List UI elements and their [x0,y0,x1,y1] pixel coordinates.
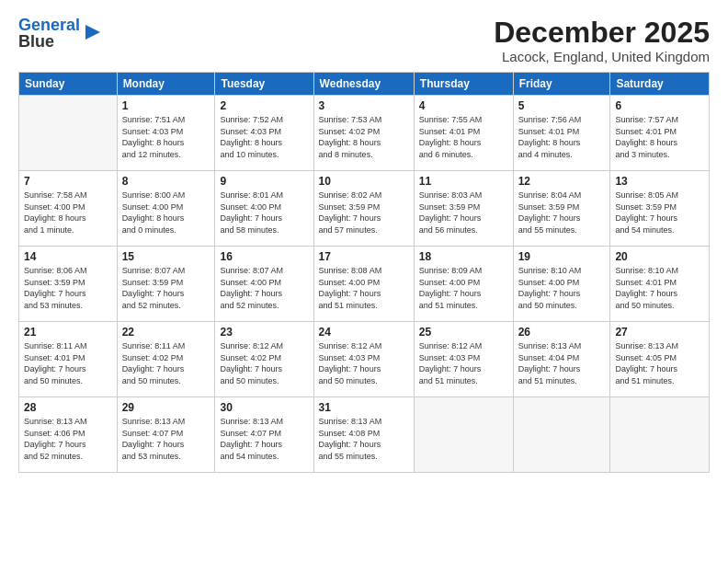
day-number: 8 [122,175,210,188]
day-number: 3 [319,99,409,112]
weekday-header-cell: Tuesday [215,73,313,96]
day-info: Sunrise: 8:13 AM Sunset: 4:04 PM Dayligh… [518,340,606,386]
calendar-day-cell: 19Sunrise: 8:10 AM Sunset: 4:00 PM Dayli… [513,247,610,322]
calendar-day-cell: 17Sunrise: 8:08 AM Sunset: 4:00 PM Dayli… [313,247,414,322]
day-number: 20 [615,250,704,263]
calendar-day-cell [19,96,118,171]
day-info: Sunrise: 8:13 AM Sunset: 4:05 PM Dayligh… [615,340,704,386]
day-info: Sunrise: 8:13 AM Sunset: 4:07 PM Dayligh… [220,416,308,462]
calendar-body: 1Sunrise: 7:51 AM Sunset: 4:03 PM Daylig… [19,96,710,473]
day-info: Sunrise: 7:58 AM Sunset: 4:00 PM Dayligh… [24,190,112,236]
title-area: December 2025 Lacock, England, United Ki… [494,17,710,64]
calendar-day-cell: 16Sunrise: 8:07 AM Sunset: 4:00 PM Dayli… [215,247,313,322]
day-number: 14 [24,250,112,263]
day-number: 13 [615,175,704,188]
calendar-day-cell: 13Sunrise: 8:05 AM Sunset: 3:59 PM Dayli… [610,171,710,247]
calendar-day-cell: 22Sunrise: 8:11 AM Sunset: 4:02 PM Dayli… [117,322,215,397]
day-number: 10 [319,175,409,188]
day-number: 9 [220,175,308,188]
day-number: 4 [419,99,508,112]
calendar-day-cell: 2Sunrise: 7:52 AM Sunset: 4:03 PM Daylig… [215,96,313,171]
weekday-header-cell: Monday [117,73,215,96]
day-number: 7 [24,175,112,188]
calendar-week-row: 14Sunrise: 8:06 AM Sunset: 3:59 PM Dayli… [19,247,710,322]
calendar-day-cell [513,397,610,473]
calendar-day-cell: 1Sunrise: 7:51 AM Sunset: 4:03 PM Daylig… [117,96,215,171]
day-info: Sunrise: 8:11 AM Sunset: 4:02 PM Dayligh… [122,340,210,386]
day-info: Sunrise: 8:10 AM Sunset: 4:01 PM Dayligh… [615,265,704,311]
calendar-day-cell: 7Sunrise: 7:58 AM Sunset: 4:00 PM Daylig… [19,171,118,247]
weekday-header-cell: Sunday [19,73,118,96]
calendar-day-cell: 9Sunrise: 8:01 AM Sunset: 4:00 PM Daylig… [215,171,313,247]
day-info: Sunrise: 7:53 AM Sunset: 4:02 PM Dayligh… [319,114,409,160]
day-number: 19 [518,250,606,263]
calendar-day-cell: 11Sunrise: 8:03 AM Sunset: 3:59 PM Dayli… [414,171,513,247]
day-info: Sunrise: 8:07 AM Sunset: 4:00 PM Dayligh… [220,265,308,311]
calendar-day-cell: 18Sunrise: 8:09 AM Sunset: 4:00 PM Dayli… [414,247,513,322]
page: General Blue December 2025 Lacock, Engla… [0,0,728,482]
day-info: Sunrise: 8:08 AM Sunset: 4:00 PM Dayligh… [319,265,409,311]
calendar-day-cell: 15Sunrise: 8:07 AM Sunset: 3:59 PM Dayli… [117,247,215,322]
day-number: 26 [518,326,606,339]
svg-marker-0 [85,25,100,40]
logo-general: General [18,16,80,34]
day-info: Sunrise: 7:55 AM Sunset: 4:01 PM Dayligh… [419,114,508,160]
day-info: Sunrise: 7:52 AM Sunset: 4:03 PM Dayligh… [220,114,308,160]
calendar: SundayMondayTuesdayWednesdayThursdayFrid… [18,72,710,473]
day-info: Sunrise: 8:12 AM Sunset: 4:03 PM Dayligh… [419,340,508,386]
calendar-day-cell: 29Sunrise: 8:13 AM Sunset: 4:07 PM Dayli… [117,397,215,473]
calendar-week-row: 7Sunrise: 7:58 AM Sunset: 4:00 PM Daylig… [19,171,710,247]
day-info: Sunrise: 8:13 AM Sunset: 4:06 PM Dayligh… [24,416,112,462]
calendar-week-row: 28Sunrise: 8:13 AM Sunset: 4:06 PM Dayli… [19,397,710,473]
calendar-day-cell: 8Sunrise: 8:00 AM Sunset: 4:00 PM Daylig… [117,171,215,247]
calendar-day-cell: 5Sunrise: 7:56 AM Sunset: 4:01 PM Daylig… [513,96,610,171]
calendar-week-row: 1Sunrise: 7:51 AM Sunset: 4:03 PM Daylig… [19,96,710,171]
day-number: 25 [419,326,508,339]
calendar-day-cell [610,397,710,473]
day-info: Sunrise: 8:12 AM Sunset: 4:03 PM Dayligh… [319,340,409,386]
month-title: December 2025 [494,17,710,49]
header: General Blue December 2025 Lacock, Engla… [18,17,710,64]
day-info: Sunrise: 8:12 AM Sunset: 4:02 PM Dayligh… [220,340,308,386]
logo-blue: Blue [18,32,54,51]
location-title: Lacock, England, United Kingdom [494,49,710,64]
calendar-day-cell: 10Sunrise: 8:02 AM Sunset: 3:59 PM Dayli… [313,171,414,247]
day-number: 31 [319,401,409,414]
day-info: Sunrise: 8:02 AM Sunset: 3:59 PM Dayligh… [319,190,409,236]
day-info: Sunrise: 8:11 AM Sunset: 4:01 PM Dayligh… [24,340,112,386]
calendar-day-cell: 24Sunrise: 8:12 AM Sunset: 4:03 PM Dayli… [313,322,414,397]
logo-arrow-icon [84,23,102,41]
day-number: 18 [419,250,508,263]
day-info: Sunrise: 7:51 AM Sunset: 4:03 PM Dayligh… [122,114,210,160]
day-number: 27 [615,326,704,339]
day-number: 28 [24,401,112,414]
calendar-day-cell: 3Sunrise: 7:53 AM Sunset: 4:02 PM Daylig… [313,96,414,171]
day-info: Sunrise: 8:09 AM Sunset: 4:00 PM Dayligh… [419,265,508,311]
calendar-day-cell: 14Sunrise: 8:06 AM Sunset: 3:59 PM Dayli… [19,247,118,322]
calendar-day-cell: 30Sunrise: 8:13 AM Sunset: 4:07 PM Dayli… [215,397,313,473]
day-info: Sunrise: 8:10 AM Sunset: 4:00 PM Dayligh… [518,265,606,311]
day-number: 15 [122,250,210,263]
day-number: 12 [518,175,606,188]
weekday-header-cell: Friday [513,73,610,96]
calendar-day-cell: 26Sunrise: 8:13 AM Sunset: 4:04 PM Dayli… [513,322,610,397]
calendar-day-cell [414,397,513,473]
day-info: Sunrise: 8:06 AM Sunset: 3:59 PM Dayligh… [24,265,112,311]
day-number: 30 [220,401,308,414]
day-info: Sunrise: 7:57 AM Sunset: 4:01 PM Dayligh… [615,114,704,160]
day-number: 24 [319,326,409,339]
day-info: Sunrise: 8:05 AM Sunset: 3:59 PM Dayligh… [615,190,704,236]
day-number: 5 [518,99,606,112]
calendar-day-cell: 28Sunrise: 8:13 AM Sunset: 4:06 PM Dayli… [19,397,118,473]
calendar-day-cell: 25Sunrise: 8:12 AM Sunset: 4:03 PM Dayli… [414,322,513,397]
calendar-day-cell: 23Sunrise: 8:12 AM Sunset: 4:02 PM Dayli… [215,322,313,397]
day-number: 17 [319,250,409,263]
day-number: 22 [122,326,210,339]
day-number: 11 [419,175,508,188]
weekday-header-row: SundayMondayTuesdayWednesdayThursdayFrid… [19,73,710,96]
day-info: Sunrise: 8:04 AM Sunset: 3:59 PM Dayligh… [518,190,606,236]
day-info: Sunrise: 8:13 AM Sunset: 4:07 PM Dayligh… [122,416,210,462]
day-number: 2 [220,99,308,112]
logo: General Blue [18,17,102,50]
calendar-day-cell: 4Sunrise: 7:55 AM Sunset: 4:01 PM Daylig… [414,96,513,171]
